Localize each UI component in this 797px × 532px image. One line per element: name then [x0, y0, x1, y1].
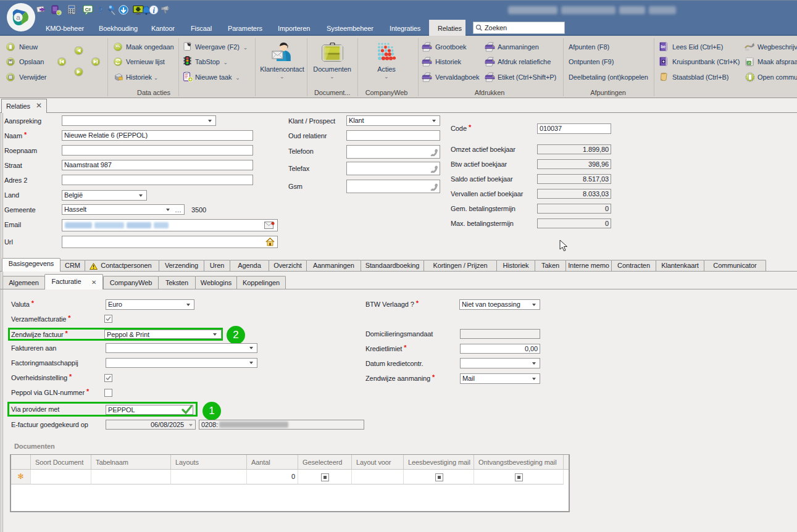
svg-text:?: ? — [98, 6, 102, 15]
svg-text:C#: C# — [85, 7, 91, 12]
svg-text:15: 15 — [748, 62, 751, 65]
svg-text:a: a — [16, 14, 20, 21]
svg-text:be: be — [661, 44, 666, 49]
